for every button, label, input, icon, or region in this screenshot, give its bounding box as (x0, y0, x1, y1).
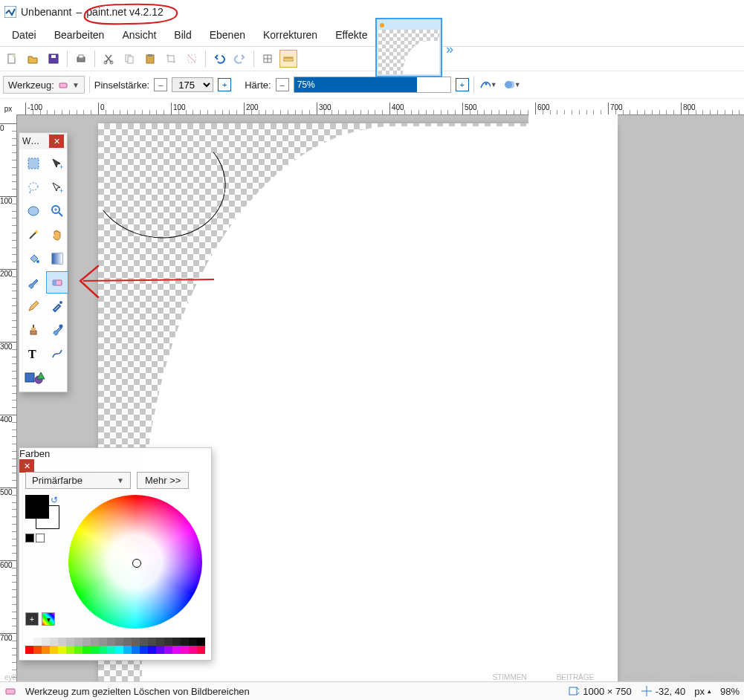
pan-tool[interactable] (46, 224, 68, 246)
palette-menu-icon[interactable]: ▾ (42, 612, 55, 626)
palette-swatch[interactable] (132, 646, 140, 654)
color-wheel-cursor[interactable] (132, 559, 141, 568)
palette-swatch[interactable] (25, 638, 33, 646)
redo-button[interactable] (231, 50, 249, 68)
colors-more-button[interactable]: Mehr >> (137, 472, 189, 489)
move-selection-tool[interactable]: + (46, 152, 68, 175)
clone-tool[interactable] (22, 319, 45, 341)
blendmode-selector[interactable]: ▼ (502, 77, 522, 93)
antialias-toggle[interactable]: ▼ (479, 77, 498, 93)
zoom-tool[interactable] (46, 200, 68, 222)
cut-button[interactable] (100, 50, 117, 68)
palette-swatch[interactable] (83, 638, 91, 646)
palette-swatch[interactable] (172, 638, 181, 646)
palette-swatch[interactable] (189, 638, 197, 646)
undo-button[interactable] (210, 50, 228, 68)
brushwidth-decrease[interactable]: – (154, 78, 167, 91)
palette-swatch[interactable] (189, 646, 197, 654)
palette-swatch[interactable] (83, 646, 91, 654)
palette-swatch[interactable] (115, 646, 123, 654)
palette-swatch[interactable] (74, 646, 83, 654)
eyedropper-tool[interactable] (46, 295, 68, 317)
palette-swatch[interactable] (91, 646, 99, 654)
rect-select-tool[interactable] (22, 152, 45, 175)
palette-swatch[interactable] (148, 646, 156, 654)
close-icon[interactable]: ✕ (49, 135, 64, 148)
ruler-button[interactable] (279, 50, 297, 68)
recolor-tool[interactable] (46, 319, 68, 341)
palette-swatch[interactable] (156, 638, 164, 646)
brush-tool[interactable] (22, 271, 45, 294)
palette-swatch[interactable] (91, 638, 99, 646)
palette-swatch[interactable] (74, 638, 83, 646)
thumbnail-expand-icon[interactable]: » (446, 42, 453, 57)
menu-image[interactable]: Bild (165, 24, 200, 46)
document-thumbnail[interactable] (375, 18, 442, 77)
reset-black-icon[interactable] (25, 534, 34, 542)
bucket-tool[interactable] (22, 247, 45, 270)
palette-swatch[interactable] (140, 646, 148, 654)
palette-swatch[interactable] (148, 638, 156, 646)
print-button[interactable] (72, 50, 90, 68)
palette-swatch[interactable] (172, 646, 181, 654)
deselect-button[interactable] (183, 50, 201, 68)
menu-file[interactable]: Datei (3, 24, 45, 46)
palette-swatch[interactable] (181, 638, 189, 646)
palette-swatch[interactable] (42, 638, 50, 646)
add-palette-color-icon[interactable]: + (25, 612, 39, 626)
palette-swatch[interactable] (115, 638, 123, 646)
status-unit[interactable]: px ▴ (694, 686, 711, 697)
menu-edit[interactable]: Bearbeiten (45, 24, 114, 46)
menu-effects[interactable]: Effekte (326, 24, 376, 46)
palette-swatch[interactable] (66, 646, 74, 654)
palette-swatch[interactable] (140, 638, 148, 646)
palette-swatch[interactable] (99, 638, 107, 646)
menu-layers[interactable]: Ebenen (201, 24, 254, 46)
palette-swatch[interactable] (107, 638, 115, 646)
menu-view[interactable]: Ansicht (113, 24, 165, 46)
palette-swatch[interactable] (156, 646, 164, 654)
active-tool-selector[interactable]: Werkzeug: ▼ (3, 76, 85, 94)
ellipse-select-tool[interactable] (22, 200, 45, 222)
pencil-tool[interactable] (22, 295, 45, 317)
crop-button[interactable] (162, 50, 180, 68)
status-zoom[interactable]: 98% (720, 686, 740, 697)
palette-swatch[interactable] (33, 646, 42, 654)
gradient-tool[interactable] (46, 247, 68, 270)
palette-swatch[interactable] (58, 646, 66, 654)
new-file-button[interactable] (3, 50, 21, 68)
hardness-slider[interactable]: 75% (294, 77, 451, 93)
palette-swatch[interactable] (164, 638, 172, 646)
palette-swatch[interactable] (99, 646, 107, 654)
save-button[interactable] (45, 50, 62, 68)
shapes-tool[interactable] (22, 366, 48, 389)
lasso-tool[interactable] (22, 176, 45, 198)
color-role-selector[interactable]: Primärfarbe ▼ (25, 472, 131, 489)
color-wheel[interactable] (68, 495, 202, 629)
palette-swatch[interactable] (197, 646, 205, 654)
palette-swatch[interactable] (66, 638, 74, 646)
copy-button[interactable] (120, 50, 138, 68)
eraser-tool[interactable] (46, 271, 68, 294)
line-tool[interactable] (46, 343, 68, 365)
text-tool[interactable]: T (22, 343, 45, 365)
swap-colors-icon[interactable]: ↺ (51, 495, 58, 505)
palette-swatch[interactable] (50, 646, 58, 654)
palette-swatch[interactable] (33, 638, 42, 646)
tools-window[interactable]: W… ✕ + + T (19, 132, 68, 392)
palette-swatch[interactable] (197, 638, 205, 646)
palette-swatch[interactable] (107, 646, 115, 654)
brushwidth-increase[interactable]: + (218, 78, 231, 91)
palette-swatch[interactable] (50, 638, 58, 646)
colors-window[interactable]: Farben ✕ Primärfarbe ▼ Mehr >> ↺ (19, 447, 212, 661)
move-pixels-tool[interactable]: + (46, 176, 68, 198)
palette-swatches[interactable] (25, 638, 205, 654)
reset-white-icon[interactable] (36, 534, 45, 542)
wand-tool[interactable] (22, 224, 45, 246)
palette-swatch[interactable] (42, 646, 50, 654)
primary-color-swatch[interactable] (25, 495, 49, 519)
palette-swatch[interactable] (181, 646, 189, 654)
hardness-decrease[interactable]: – (276, 78, 289, 91)
open-file-button[interactable] (24, 50, 42, 68)
grid-button[interactable] (259, 50, 276, 68)
